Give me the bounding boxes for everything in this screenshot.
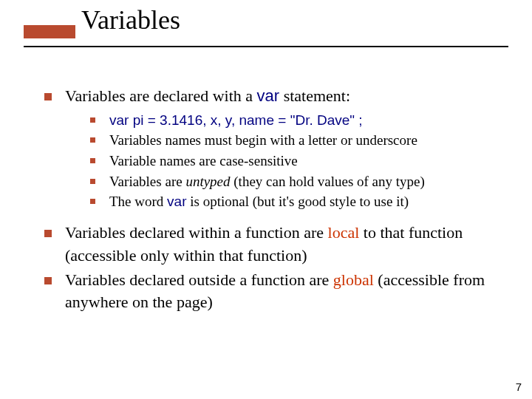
title-underline: [24, 46, 508, 47]
slide-title: Variables: [81, 6, 508, 35]
sub-bullet-2-text: Variables names must begin with a letter…: [109, 132, 417, 148]
sub-bullet-1: var pi = 3.1416, x, y, name = "Dr. Dave"…: [90, 111, 502, 130]
sub-bullet-4-pre: Variables are: [109, 174, 185, 189]
content-area: Variables are declared with a var statem…: [44, 85, 502, 316]
sub-bullet-5-code: var: [167, 194, 186, 209]
sub-bullet-2: Variables names must begin with a letter…: [90, 131, 502, 150]
sub-bullet-4: Variables are untyped (they can hold val…: [90, 172, 502, 191]
bullet-2: Variables declared within a function are…: [44, 222, 502, 267]
bullet-3-red: global: [333, 270, 374, 289]
bullet-1-text-pre: Variables are declared with a: [65, 86, 257, 105]
bullet-1: Variables are declared with a var statem…: [44, 85, 502, 211]
sub-bullet-5-post: is optional (but it's good style to use …: [187, 194, 409, 209]
sub-bullet-5: The word var is optional (but it's good …: [90, 192, 502, 211]
bullet-2-red: local: [328, 223, 360, 242]
sub-bullet-3-text: Variable names are case-sensitive: [109, 153, 298, 168]
slide: Variables Variables are declared with a …: [0, 0, 532, 399]
bullet-2-pre: Variables declared within a function are: [65, 223, 328, 242]
sub-bullet-1-code: var pi = 3.1416, x, y, name = "Dr. Dave"…: [109, 112, 363, 128]
sublist-1: var pi = 3.1416, x, y, name = "Dr. Dave"…: [90, 111, 502, 211]
title-area: Variables: [24, 6, 508, 35]
bullet-1-code: var: [257, 86, 280, 105]
sub-bullet-4-em: untyped: [185, 174, 230, 189]
title-accent-bar: [24, 25, 75, 38]
sub-bullet-5-pre: The word: [109, 194, 167, 209]
bullet-1-text-post: statement:: [279, 86, 350, 105]
page-number: 7: [516, 381, 522, 393]
sub-bullet-3: Variable names are case-sensitive: [90, 151, 502, 171]
bullet-3-pre: Variables declared outside a function ar…: [65, 270, 333, 289]
bullet-3: Variables declared outside a function ar…: [44, 269, 502, 315]
sub-bullet-4-post: (they can hold values of any type): [231, 174, 425, 189]
